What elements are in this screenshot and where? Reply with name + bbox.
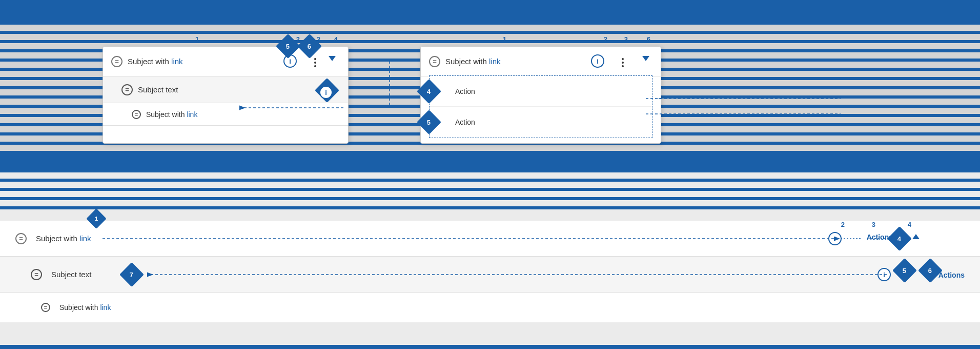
right-panel-dropdown: 4 Action 5 Action [429, 75, 652, 138]
subject-link-b1[interactable]: link [79, 234, 91, 243]
action-text-1: Action [455, 87, 475, 95]
bottom-bar [0, 345, 980, 349]
b-stripe-2 [0, 179, 980, 182]
info-circle-b1[interactable]: i [828, 232, 842, 245]
caret-up-1[interactable] [912, 234, 920, 239]
num-4-left: 4 [334, 35, 338, 43]
top-bar [0, 0, 980, 21]
stripe-3 [0, 40, 980, 43]
subject-icon-1: = [111, 56, 122, 67]
top-right-row1: 1 = Subject with link i 2 3 6 [421, 47, 661, 76]
subject-icon-b3: = [41, 303, 50, 312]
bottom-white-panel: 1 = Subject with link i 2 3 4 4 Actions … [0, 221, 980, 322]
subject-text-b1: Subject with link [36, 234, 91, 243]
num-2-right: 2 [604, 35, 607, 43]
bottom-row1: 1 = Subject with link i 2 3 4 4 Actions [0, 221, 980, 257]
arrow-down-1[interactable] [329, 56, 336, 61]
arrow-down-r1[interactable] [642, 56, 649, 61]
subject-text-r1: Subject with link [445, 57, 501, 66]
subject-link-b3[interactable]: link [100, 303, 111, 312]
num-1-right: 1 [503, 35, 506, 43]
subject-link-1[interactable]: link [171, 57, 183, 66]
num-2-bottom: 2 [841, 221, 845, 228]
info-circle-b2[interactable]: i [877, 268, 891, 281]
subject-icon-b2: = [31, 269, 42, 280]
subject-text-b3: Subject with link [59, 303, 111, 312]
bottom-row2: = Subject text 7 i 5 6 Actions [0, 257, 980, 293]
num-4-bottom: 4 [908, 221, 911, 228]
actions-label-1[interactable]: Actions [867, 233, 893, 241]
num-2-left: 2 [296, 35, 300, 43]
action-row-2: 5 Action [430, 107, 652, 138]
stripe-1 [0, 21, 980, 25]
subject-link-r1[interactable]: link [489, 57, 501, 66]
subject-link-3[interactable]: link [187, 110, 197, 119]
subject-text-1: Subject with link [128, 57, 183, 66]
top-left-panel: 1 = Subject with link i 2 3 4 = Subject … [103, 46, 349, 144]
diamond-5-bottom[interactable]: 5 [892, 258, 917, 283]
b-stripe-1 [0, 169, 980, 172]
diamond-7-bottom[interactable]: 7 [119, 262, 144, 287]
subject-icon-r1: = [429, 56, 440, 67]
num-1-left: 1 [195, 35, 199, 43]
top-left-row3: = Subject with link [103, 103, 348, 126]
subject-text-2: Subject text [138, 85, 178, 94]
subject-icon-3: = [132, 110, 141, 119]
b-stripe-5 [0, 206, 980, 209]
action-text-2: Action [455, 118, 475, 126]
stripe-2 [0, 31, 980, 34]
info-circle-row2[interactable]: i [319, 86, 333, 99]
three-dots-1[interactable] [314, 58, 316, 67]
bottom-row3: = Subject with link [0, 293, 980, 322]
b-stripe-4 [0, 197, 980, 200]
subject-icon-b1: = [15, 233, 27, 244]
num-6-right: 6 [647, 35, 650, 43]
num-3-bottom: 3 [872, 221, 875, 228]
subject-text-b2: Subject text [51, 270, 91, 279]
diamond-5-right[interactable]: 5 [417, 110, 441, 134]
three-dots-r1[interactable] [622, 58, 624, 67]
num-3-right: 3 [624, 35, 628, 43]
action-row-1: 4 Action [430, 76, 652, 107]
middle-bar [0, 154, 980, 169]
info-circle-r1[interactable]: i [591, 54, 604, 68]
actions-label-2[interactable]: Actions [938, 271, 965, 279]
subject-icon-2: = [121, 84, 133, 95]
subject-text-3: Subject with link [146, 110, 197, 119]
top-right-panel: 1 = Subject with link i 2 3 6 4 Action [420, 46, 661, 144]
b-stripe-3 [0, 188, 980, 191]
diamond-4-right[interactable]: 4 [417, 79, 441, 104]
top-left-row2: = Subject text 7 i [103, 76, 348, 103]
